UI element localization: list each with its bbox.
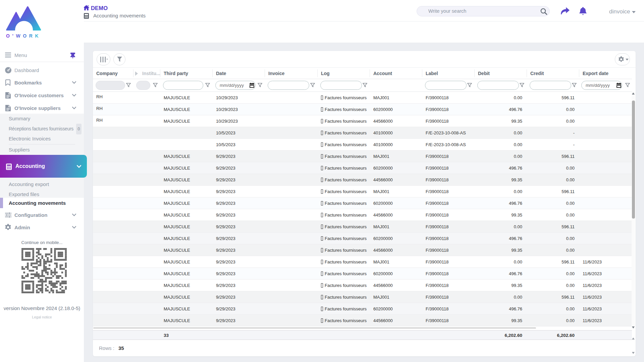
svg-text:O'WORK: O'WORK <box>6 33 41 39</box>
